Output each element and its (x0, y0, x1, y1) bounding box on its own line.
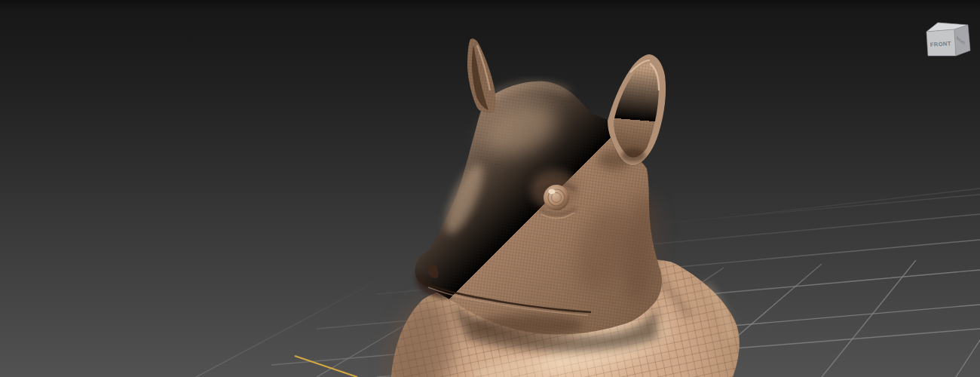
sculpted-model[interactable] (376, 38, 740, 377)
viewport-3d[interactable]: FRONT RIGHT (0, 0, 980, 377)
viewcube[interactable]: FRONT RIGHT (926, 23, 970, 56)
model-right-ear (608, 54, 666, 165)
model-left-ear (467, 38, 496, 113)
